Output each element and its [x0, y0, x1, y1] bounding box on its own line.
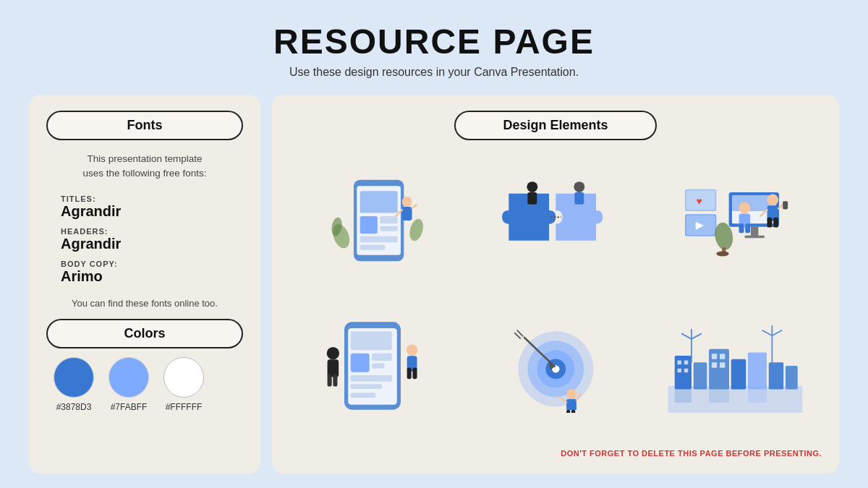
color-swatch-3: #FFFFFF [163, 357, 204, 412]
font-body-name: Arimo [61, 268, 243, 285]
illustration-target [469, 297, 642, 435]
target-svg [469, 319, 642, 413]
svg-rect-80 [731, 359, 746, 389]
svg-rect-77 [675, 356, 692, 389]
svg-rect-27 [746, 224, 751, 234]
svg-rect-84 [678, 360, 682, 364]
font-headers-label: HEADERS: [61, 227, 243, 236]
svg-rect-82 [769, 362, 783, 389]
svg-rect-34 [783, 201, 788, 209]
svg-rect-51 [351, 384, 382, 389]
svg-rect-6 [360, 236, 398, 243]
right-panel: Design Elements [272, 95, 839, 474]
svg-rect-22 [751, 227, 758, 236]
svg-rect-12 [402, 207, 412, 221]
svg-rect-2 [360, 192, 398, 213]
illustration-puzzle [469, 152, 642, 290]
color-swatches: #3878D3 #7FABFF #FFFFFF [46, 357, 243, 412]
city-svg [649, 319, 822, 413]
svg-line-94 [692, 333, 702, 338]
font-entry-titles: TITLES: Agrandir [61, 194, 243, 220]
footer-note: DON'T FORGET TO DELETE THIS PAGE BEFORE … [289, 449, 822, 458]
svg-rect-85 [684, 360, 689, 364]
color-swatch-1: #3878D3 [54, 357, 94, 412]
left-panel: Fonts This presentation templateuses the… [29, 95, 260, 474]
svg-rect-59 [407, 367, 412, 379]
illustration-city [649, 297, 822, 435]
svg-rect-90 [712, 362, 717, 367]
svg-rect-91 [720, 362, 725, 367]
svg-rect-49 [372, 363, 384, 368]
swatch-white [163, 357, 204, 398]
page-subtitle: Use these design resources in your Canva… [289, 66, 579, 79]
svg-rect-102 [748, 388, 767, 403]
svg-line-93 [681, 333, 692, 338]
svg-point-57 [407, 344, 418, 356]
svg-rect-48 [372, 353, 392, 360]
svg-rect-30 [767, 218, 773, 228]
svg-point-15 [527, 181, 537, 192]
illustration-workspace: ♥ [649, 152, 822, 290]
svg-rect-26 [739, 224, 744, 234]
fonts-description: This presentation templateuses the follo… [46, 152, 243, 181]
swatch-dark-blue [54, 357, 94, 398]
svg-rect-88 [712, 354, 717, 359]
svg-rect-89 [720, 354, 725, 359]
svg-point-11 [402, 197, 412, 207]
svg-line-98 [773, 330, 783, 335]
svg-rect-71 [566, 399, 576, 411]
svg-point-24 [739, 202, 751, 214]
font-titles-name: Agrandir [61, 203, 243, 220]
svg-rect-100 [675, 389, 692, 403]
font-titles-label: TITLES: [61, 194, 243, 203]
svg-rect-52 [351, 393, 376, 398]
font-body-label: BODY COPY: [61, 260, 243, 268]
design-elements-grid: ♥ [289, 152, 822, 435]
svg-rect-46 [351, 331, 392, 350]
svg-rect-50 [351, 375, 392, 382]
svg-rect-16 [527, 192, 537, 205]
fonts-label: Fonts [46, 111, 243, 140]
colors-section: Colors #3878D3 #7FABFF #FFFFFF [46, 319, 243, 412]
svg-rect-5 [380, 226, 397, 231]
svg-rect-23 [745, 236, 765, 238]
svg-rect-47 [351, 353, 370, 372]
svg-line-97 [762, 330, 773, 335]
illustration-mobile-list [289, 297, 462, 435]
svg-rect-81 [748, 352, 767, 389]
svg-rect-3 [360, 216, 378, 234]
font-entry-body: BODY COPY: Arimo [61, 260, 243, 285]
svg-rect-83 [786, 366, 798, 390]
svg-rect-60 [412, 367, 417, 379]
svg-rect-7 [360, 245, 386, 250]
colors-label: Colors [46, 319, 243, 348]
phone-app-svg [289, 174, 462, 267]
main-content: Fonts This presentation templateuses the… [29, 95, 839, 474]
font-entry-headers: HEADERS: Agrandir [61, 227, 243, 252]
font-entries-list: TITLES: Agrandir HEADERS: Agrandir BODY … [46, 194, 243, 285]
svg-rect-18 [574, 192, 584, 205]
svg-point-70 [566, 389, 576, 399]
puzzle-svg [469, 174, 642, 267]
illustration-phone-app [289, 152, 462, 290]
svg-rect-78 [694, 362, 707, 389]
color-swatch-2: #7FABFF [109, 357, 149, 412]
color-hex-1: #3878D3 [56, 402, 92, 412]
page-title: RESOURCE PAGE [273, 22, 595, 61]
svg-point-43 [717, 252, 729, 257]
svg-rect-101 [709, 388, 729, 402]
svg-rect-56 [333, 374, 337, 386]
svg-text:♥: ♥ [697, 196, 702, 207]
svg-point-28 [767, 194, 779, 206]
svg-point-17 [574, 181, 584, 192]
svg-point-10 [407, 218, 425, 243]
color-hex-3: #FFFFFF [166, 402, 203, 412]
color-hex-2: #7FABFF [111, 402, 148, 412]
mobile-list-svg [289, 319, 462, 413]
font-find-text: You can find these fonts online too. [46, 298, 243, 309]
svg-rect-55 [328, 374, 332, 386]
svg-point-53 [327, 347, 339, 359]
font-headers-name: Agrandir [61, 236, 243, 252]
svg-rect-4 [380, 216, 397, 223]
swatch-light-blue [109, 357, 149, 398]
